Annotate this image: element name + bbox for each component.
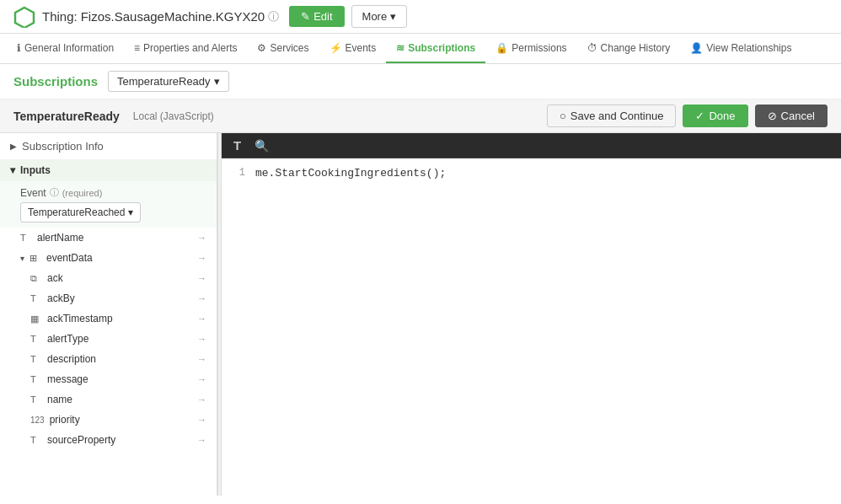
tree-item-eventData[interactable]: ▾ ⊞ eventData → [0,248,217,268]
subscriptions-dropdown[interactable]: TemperatureReady ▾ [108,71,229,92]
search-icon: 🔍 [254,139,269,153]
done-icon: ✓ [695,110,704,122]
entity-subtitle: Local (JavaScript) [133,110,214,122]
action-bar: TemperatureReady Local (JavaScript) ○ Sa… [0,99,841,133]
event-field: Event ⓘ (required) TemperatureReached ▾ [0,181,217,228]
tree-item-alertName[interactable]: T alertName → [0,228,217,248]
type-icon-eventData: ⊞ [29,253,41,264]
save-continue-icon: ○ [560,110,566,122]
type-icon-sourceProperty: T [30,435,42,445]
arrow-icon-ackBy: → [197,293,206,303]
top-bar: Thing: Fizos.SausageMachine.KGYX20 ⓘ ✎ E… [0,0,841,34]
tree-item-priority[interactable]: 123 priority → [0,410,217,430]
type-icon-name: T [30,394,42,405]
tree-item-sourceProperty[interactable]: T sourceProperty → [0,430,217,450]
cancel-icon: ⊘ [768,110,777,122]
info-icon[interactable]: ⓘ [268,9,279,24]
svg-marker-0 [15,8,34,28]
left-panel: ▶ Subscription Info ▾ Inputs Event ⓘ (re… [0,133,217,496]
tree-item-name[interactable]: T name → [0,389,217,410]
arrow-icon-sourceProperty: → [197,435,206,445]
inputs-section: ▾ Inputs Event ⓘ (required) TemperatureR… [0,159,217,228]
arrow-icon-message: → [197,374,206,384]
editor-toolbar: T 🔍 [222,133,841,158]
subscription-info-section[interactable]: ▶ Subscription Info [0,133,217,159]
tab-properties[interactable]: ≡ Properties and Alerts [124,34,247,63]
done-button[interactable]: ✓ Done [683,105,747,127]
arrow-icon-eventData: → [197,253,206,263]
properties-icon: ≡ [134,42,140,54]
chevron-down-icon: ▾ [10,164,15,176]
type-icon-alertName: T [20,233,32,243]
event-select-dropdown[interactable]: TemperatureReached ▾ [20,202,141,223]
save-continue-button[interactable]: ○ Save and Continue [547,105,676,127]
more-dropdown-icon: ▾ [390,10,396,23]
type-icon-ackTimestamp: ▦ [30,314,42,324]
type-icon-ackBy: T [30,293,42,303]
arrow-icon-alertName: → [197,233,206,243]
line-number-1: 1 [222,167,255,179]
event-dropdown-icon: ▾ [128,206,133,218]
type-icon-priority: 123 [30,416,45,425]
tab-events[interactable]: ⚡ Events [319,34,387,63]
subscriptions-bar: Subscriptions TemperatureReady ▾ [0,64,841,99]
font-size-icon: T [233,138,241,153]
inputs-header[interactable]: ▾ Inputs [0,159,217,181]
more-button[interactable]: More ▾ [351,5,408,28]
tree-item-description[interactable]: T description → [0,349,217,369]
change-history-icon: ⏱ [587,42,597,54]
tab-general[interactable]: ℹ General Information [7,34,124,63]
thing-icon [13,6,35,28]
font-size-button[interactable]: T [230,137,244,154]
subscriptions-dropdown-icon: ▾ [214,75,220,88]
tab-services[interactable]: ⚙ Services [247,34,319,63]
subscriptions-heading: Subscriptions [13,74,98,88]
info-circle-icon: ⓘ [50,186,59,199]
tree-item-message[interactable]: T message → [0,369,217,389]
permissions-icon: 🔒 [495,42,508,54]
arrow-icon-alertType: → [197,334,206,344]
event-label: Event [20,187,46,199]
chevron-right-icon: ▶ [10,142,17,151]
arrow-icon-description: → [197,354,206,364]
view-relationships-icon: 👤 [690,42,703,54]
arrow-icon-ack: → [197,273,206,283]
tree-item-alertType[interactable]: T alertType → [0,329,217,349]
thing-label: Thing: [42,9,78,24]
arrow-icon-ackTimestamp: → [197,314,206,324]
tab-subscriptions[interactable]: ≋ Subscriptions [386,34,485,63]
event-required: (required) [62,188,103,198]
thing-name: Fizos.SausageMachine.KGYX20 [81,9,265,24]
chevron-eventData-icon: ▾ [20,254,24,263]
tree-item-ackTimestamp[interactable]: ▦ ackTimestamp → [0,308,217,329]
type-icon-description: T [30,354,42,364]
edit-icon: ✎ [301,10,310,23]
type-icon-message: T [30,374,42,384]
subscriptions-icon: ≋ [396,42,404,54]
edit-button[interactable]: ✎ Edit [289,6,344,27]
tree-item-ack[interactable]: ⧉ ack → [0,268,217,288]
tree-item-ackBy[interactable]: T ackBy → [0,288,217,308]
services-icon: ⚙ [257,42,266,54]
events-icon: ⚡ [329,42,342,54]
main-content: ▶ Subscription Info ▾ Inputs Event ⓘ (re… [0,133,841,496]
tab-view-relationships[interactable]: 👤 View Relationships [680,34,801,63]
tab-permissions[interactable]: 🔒 Permissions [485,34,576,63]
general-icon: ℹ [17,42,21,54]
nav-tabs: ℹ General Information ≡ Properties and A… [0,34,841,64]
type-icon-alertType: T [30,334,42,344]
search-button[interactable]: 🔍 [251,137,272,154]
entity-title: TemperatureReady [13,110,120,123]
type-icon-ack: ⧉ [30,273,42,284]
tree-container: T alertName → ▾ ⊞ eventData → ⧉ ack → T … [0,228,217,450]
code-line-1: 1 me.StartCookingIngredients(); [222,167,841,184]
code-editor-panel: T 🔍 1 me.StartCookingIngredients(); [222,133,841,496]
arrow-icon-name: → [197,394,206,405]
line-content-1: me.StartCookingIngredients(); [255,167,446,180]
cancel-button[interactable]: ⊘ Cancel [755,105,828,127]
code-area[interactable]: 1 me.StartCookingIngredients(); [222,158,841,496]
arrow-icon-priority: → [197,415,206,425]
tab-change-history[interactable]: ⏱ Change History [577,34,681,63]
